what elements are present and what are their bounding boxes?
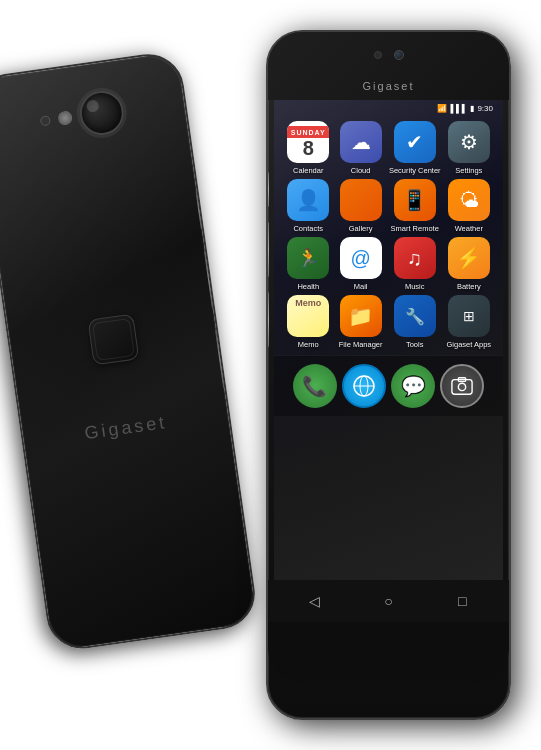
phone-screen: 📶 ▌▌▌ ▮ 9:30 SUNDAY 8 Calendar [274,100,503,580]
gigaset-back-brand: Gigaset [83,412,168,444]
calendar-label: Calendar [293,166,323,175]
back-sensor [40,115,51,126]
music-icon: ♫ [394,237,436,279]
filemanager-icon: 📁 [340,295,382,337]
settings-icon: ⚙ [448,121,490,163]
app-grid: SUNDAY 8 Calendar ☁ Cloud ✔ Security Cen… [274,115,503,355]
filemanager-label: File Manager [339,340,383,349]
memo-text: Memo [295,298,321,308]
app-mail[interactable]: @ Mail [336,237,384,291]
settings-label: Settings [455,166,482,175]
app-music[interactable]: ♫ Music [389,237,441,291]
tools-label: Tools [406,340,424,349]
front-speaker [374,51,382,59]
gallery-icon [340,179,382,221]
app-settings[interactable]: ⚙ Settings [445,121,493,175]
app-cloud[interactable]: ☁ Cloud [336,121,384,175]
health-label: Health [297,282,319,291]
mail-label: Mail [354,282,368,291]
security-label: Security Center [389,166,441,175]
app-smartremote[interactable]: 📱 Smart Remote [389,179,441,233]
smartremote-icon: 📱 [394,179,436,221]
nav-home[interactable]: ○ [378,591,398,611]
back-camera-area [37,88,126,143]
status-bar: 📶 ▌▌▌ ▮ 9:30 [274,100,503,115]
status-icons: 📶 ▌▌▌ ▮ 9:30 [437,104,493,113]
dock-messages[interactable]: 💬 [391,364,435,408]
nav-recent[interactable]: □ [452,591,472,611]
phone-dock: 📞 💬 [274,355,503,416]
svg-point-4 [459,383,466,390]
health-icon: 🏃 [287,237,329,279]
app-contacts[interactable]: 👤 Contacts [284,179,332,233]
app-filemanager[interactable]: 📁 File Manager [336,295,384,349]
app-weather[interactable]: 🌤 Weather [445,179,493,233]
dock-browser[interactable] [342,364,386,408]
front-side-button-2[interactable] [266,222,269,277]
dock-phone[interactable]: 📞 [293,364,337,408]
app-battery[interactable]: ⚡ Battery [445,237,493,291]
dock-camera[interactable] [440,364,484,408]
weather-icon: 🌤 [448,179,490,221]
gigasetapps-label: Gigaset Apps [446,340,491,349]
signal-icon: ▌▌▌ [450,104,467,113]
time-display: 9:30 [477,104,493,113]
tools-icon: 🔧 [394,295,436,337]
battery-label: Battery [457,282,481,291]
back-camera-lens [77,88,127,138]
phone-front: Gigaset 📶 ▌▌▌ ▮ 9:30 [266,30,511,720]
app-calendar[interactable]: SUNDAY 8 Calendar [284,121,332,175]
mail-icon: @ [340,237,382,279]
calendar-date: 8 [303,138,314,158]
back-flash [57,110,73,126]
phone-back: Gigaset [0,50,259,654]
phone-top-bar: Gigaset [268,32,509,100]
side-button-mid[interactable] [204,250,215,310]
battery-app-icon: ⚡ [448,237,490,279]
app-memo[interactable]: Memo Memo [284,295,332,349]
contacts-label: Contacts [293,224,323,233]
weather-label: Weather [455,224,483,233]
fingerprint-sensor[interactable] [88,314,140,366]
cloud-icon: ☁ [340,121,382,163]
battery-icon: ▮ [470,104,474,113]
front-side-button-3[interactable] [266,292,269,347]
smartremote-label: Smart Remote [391,224,439,233]
cloud-label: Cloud [351,166,371,175]
app-health[interactable]: 🏃 Health [284,237,332,291]
app-tools[interactable]: 🔧 Tools [389,295,441,349]
gigasetapps-icon: ⊞ [448,295,490,337]
memo-label: Memo [298,340,319,349]
security-icon: ✔ [394,121,436,163]
front-cam-lens [394,50,404,60]
gallery-label: Gallery [349,224,373,233]
side-button-bot[interactable] [215,329,226,389]
app-security[interactable]: ✔ Security Center [389,121,441,175]
music-label: Music [405,282,425,291]
memo-icon: Memo [287,295,329,337]
app-gigasetapps[interactable]: ⊞ Gigaset Apps [445,295,493,349]
phone-brand-label: Gigaset [363,80,415,92]
app-gallery[interactable]: Gallery [336,179,384,233]
front-camera [374,50,404,60]
nav-bar: ◁ ○ □ [268,580,509,622]
contacts-icon: 👤 [287,179,329,221]
front-side-button-1[interactable] [266,172,269,207]
calendar-icon: SUNDAY 8 [287,121,329,163]
wifi-icon: 📶 [437,104,447,113]
scene: Gigaset Gigaset 📶 ▌▌▌ [0,0,541,750]
side-button-top[interactable] [196,190,205,230]
nav-back[interactable]: ◁ [305,591,325,611]
phone-bottom [268,622,509,682]
